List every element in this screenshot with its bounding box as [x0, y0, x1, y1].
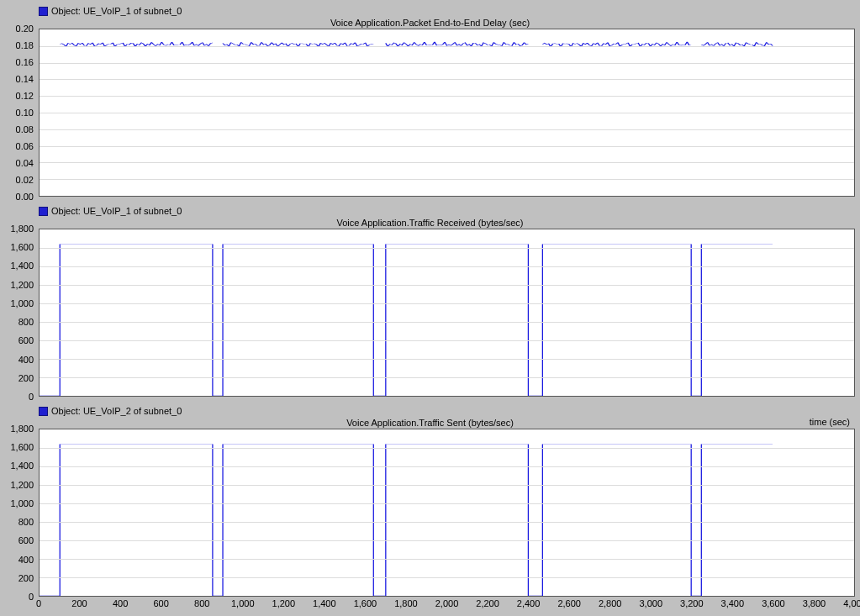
legend-1-label: Object: UE_VoIP_1 of subnet_0 [51, 6, 182, 16]
gridline [40, 485, 854, 486]
gridline [40, 522, 854, 523]
xtick: 1,000 [231, 598, 255, 608]
ytick: 1,400 [10, 261, 34, 271]
gridline [40, 377, 854, 378]
gridline [40, 448, 854, 449]
gridline [40, 113, 854, 113]
ytick: 1,000 [10, 298, 34, 308]
gridline [40, 466, 854, 467]
plot-1-title: Voice Application.Packet End-to-End Dela… [5, 17, 855, 29]
xtick: 4,000 [843, 598, 860, 608]
xtick: 3,800 [803, 598, 826, 608]
ytick: 800 [18, 317, 34, 327]
xtick: 3,600 [762, 598, 785, 608]
ytick: 0.08 [16, 124, 34, 134]
xtick: 1,600 [354, 598, 377, 608]
gridline [40, 146, 854, 147]
legend-swatch-icon [39, 7, 48, 16]
gridline [40, 340, 854, 341]
panel-3: Object: UE_VoIP_2 of subnet_0 Voice Appl… [5, 403, 855, 610]
gridline [40, 322, 854, 323]
gridline [40, 503, 854, 504]
xtick: 2,600 [557, 598, 581, 608]
ytick: 1,800 [10, 424, 34, 434]
ytick: 1,600 [10, 442, 34, 452]
gridline [40, 162, 854, 163]
ytick: 400 [18, 555, 34, 565]
xtick: 800 [194, 598, 209, 608]
xaxis-label: time (sec) [810, 417, 850, 427]
legend-swatch-icon [39, 407, 48, 416]
xtick: 2,000 [435, 598, 459, 608]
xtick: 0 [36, 598, 41, 608]
ytick: 1,400 [10, 461, 34, 471]
xaxis: 02004006008001,0001,2001,4001,6001,8002,… [39, 597, 855, 610]
ytick: 0.02 [16, 175, 34, 185]
gridline [40, 129, 854, 130]
series-2 [40, 229, 854, 396]
ytick: 0.20 [16, 24, 34, 34]
plot-3-wrap: 02004006008001,0001,2001,4001,6001,800 [5, 429, 855, 597]
ytick: 1,800 [10, 224, 34, 234]
ytick: 0.00 [16, 192, 34, 202]
ytick: 0.10 [16, 108, 34, 118]
gridline [40, 63, 854, 64]
ytick: 1,000 [10, 498, 34, 508]
ytick: 0.16 [16, 57, 34, 67]
ytick: 800 [18, 517, 34, 527]
yaxis-2: 02004006008001,0001,2001,4001,6001,800 [5, 229, 39, 397]
ytick: 600 [18, 535, 34, 545]
xtick: 400 [113, 598, 128, 608]
xtick: 600 [153, 598, 168, 608]
ytick: 200 [18, 373, 34, 383]
xtick: 3,400 [721, 598, 745, 608]
gridline [40, 266, 854, 267]
gridline [40, 248, 854, 249]
plot-2 [39, 229, 855, 397]
ytick: 0.06 [16, 141, 34, 151]
gridline [40, 96, 854, 97]
ytick: 1,200 [10, 480, 34, 490]
ytick: 1,600 [10, 242, 34, 252]
panel-1: Object: UE_VoIP_1 of subnet_0 Voice Appl… [5, 3, 855, 197]
gridline [40, 577, 854, 578]
xtick: 3,200 [680, 598, 704, 608]
legend-3-label: Object: UE_VoIP_2 of subnet_0 [51, 406, 182, 416]
legend-3: Object: UE_VoIP_2 of subnet_0 [39, 403, 860, 417]
xtick: 1,800 [394, 598, 418, 608]
ytick: 0.04 [16, 158, 34, 168]
ytick: 0 [29, 392, 34, 402]
legend-2-label: Object: UE_VoIP_1 of subnet_0 [51, 206, 182, 216]
legend-1: Object: UE_VoIP_1 of subnet_0 [39, 3, 860, 17]
plot-1 [39, 29, 855, 197]
xtick: 2,800 [599, 598, 622, 608]
gridline [40, 285, 854, 286]
xtick: 3,000 [639, 598, 662, 608]
ytick: 0 [29, 592, 34, 602]
ytick: 600 [18, 335, 34, 345]
ytick: 0.18 [16, 40, 34, 50]
ytick: 1,200 [10, 280, 34, 290]
gridline [40, 46, 854, 47]
gridline [40, 540, 854, 541]
plot-2-wrap: 02004006008001,0001,2001,4001,6001,800 [5, 229, 855, 397]
gridline [40, 179, 854, 180]
plot-3-title: Voice Application.Traffic Sent (bytes/se… [5, 417, 855, 429]
ytick: 0.14 [16, 74, 34, 84]
yaxis-1: 0.000.020.040.060.080.100.120.140.160.18… [5, 29, 39, 197]
xtick: 2,200 [476, 598, 499, 608]
panel-2: Object: UE_VoIP_1 of subnet_0 Voice Appl… [5, 203, 855, 397]
series-3 [40, 429, 854, 596]
ytick: 400 [18, 355, 34, 365]
legend-2: Object: UE_VoIP_1 of subnet_0 [39, 203, 860, 217]
gridline [40, 559, 854, 560]
xtick: 1,200 [272, 598, 296, 608]
plot-3 [39, 429, 855, 597]
xtick: 200 [71, 598, 87, 608]
xtick: 1,400 [313, 598, 336, 608]
gridline [40, 303, 854, 304]
yaxis-3: 02004006008001,0001,2001,4001,6001,800 [5, 429, 39, 597]
gridline [40, 79, 854, 80]
gridline [40, 359, 854, 360]
plot-1-wrap: 0.000.020.040.060.080.100.120.140.160.18… [5, 29, 855, 197]
